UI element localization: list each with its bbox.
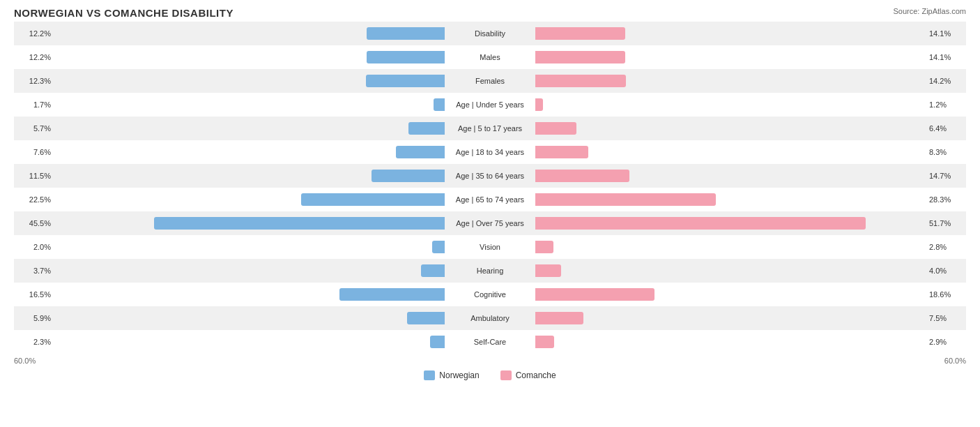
- right-bar-wrap: [535, 144, 926, 160]
- left-bar-wrap: [54, 73, 445, 89]
- bar-left: [421, 264, 445, 277]
- val-right: 18.6%: [926, 290, 965, 299]
- bars-wrapper: Cognitive: [54, 287, 926, 302]
- center-label: Self-Care: [445, 338, 535, 346]
- right-bar-wrap: [535, 50, 926, 65]
- val-left: 16.5%: [15, 290, 54, 299]
- axis-right-label: 60.0%: [944, 357, 966, 365]
- bar-right: [535, 217, 866, 230]
- bar-left: [408, 122, 445, 135]
- bars-wrapper: Age | Under 5 years: [54, 97, 926, 112]
- left-bar-wrap: [54, 26, 445, 41]
- bars-wrapper: Ambulatory: [54, 310, 926, 326]
- val-right: 7.5%: [926, 314, 965, 322]
- bar-right: [535, 193, 716, 206]
- bar-left: [366, 75, 445, 87]
- source-label: Source: ZipAtlas.com: [893, 7, 966, 15]
- left-bar-wrap: [54, 310, 445, 326]
- bar-left: [434, 98, 445, 111]
- left-bar-wrap: [54, 334, 445, 350]
- val-right: 2.8%: [926, 243, 965, 251]
- axis-left-label: 60.0%: [14, 357, 36, 365]
- val-right: 51.7%: [926, 219, 965, 227]
- right-bar-wrap: [535, 121, 926, 136]
- bar-left: [396, 146, 445, 158]
- right-bar-wrap: [535, 263, 926, 278]
- table-row: 2.0% Vision 2.8%: [14, 235, 966, 259]
- legend-comanche-label: Comanche: [516, 370, 556, 380]
- legend-comanche: Comanche: [500, 370, 556, 380]
- left-bar-wrap: [54, 216, 445, 231]
- left-bar-wrap: [54, 144, 445, 160]
- row-inner: 2.0% Vision 2.8%: [14, 235, 966, 259]
- bars-wrapper: Females: [54, 73, 926, 89]
- bar-left: [432, 241, 445, 253]
- left-bar-wrap: [54, 239, 445, 255]
- table-row: 22.5% Age | 65 to 74 years 28.3%: [14, 188, 966, 211]
- center-label: Males: [445, 53, 535, 61]
- right-bar-wrap: [535, 168, 926, 183]
- row-inner: 5.7% Age | 5 to 17 years 6.4%: [14, 117, 966, 140]
- bar-right: [535, 146, 588, 158]
- right-bar-wrap: [535, 216, 926, 231]
- row-inner: 5.9% Ambulatory 7.5%: [14, 306, 966, 330]
- center-label: Age | 65 to 74 years: [445, 195, 535, 204]
- val-right: 14.1%: [926, 29, 965, 38]
- val-left: 5.7%: [15, 124, 54, 133]
- center-label: Disability: [445, 29, 535, 38]
- table-row: 1.7% Age | Under 5 years 1.2%: [14, 93, 966, 117]
- row-inner: 22.5% Age | 65 to 74 years 28.3%: [14, 188, 966, 211]
- bar-right: [535, 98, 543, 111]
- bar-right: [535, 170, 629, 182]
- center-label: Age | Over 75 years: [445, 219, 535, 227]
- row-inner: 12.3% Females 14.2%: [14, 69, 966, 93]
- bars-wrapper: Age | 35 to 64 years: [54, 168, 926, 183]
- row-inner: 11.5% Age | 35 to 64 years 14.7%: [14, 164, 966, 188]
- bar-left: [367, 51, 445, 63]
- right-bar-wrap: [535, 239, 926, 255]
- val-left: 3.7%: [15, 267, 54, 275]
- bar-right: [535, 312, 583, 324]
- axis-row: 60.0% 60.0%: [14, 354, 966, 368]
- bars-wrapper: Hearing: [54, 263, 926, 278]
- bars-wrapper: Disability: [54, 26, 926, 41]
- bar-right: [535, 75, 626, 87]
- bars-wrapper: Age | 5 to 17 years: [54, 121, 926, 136]
- center-label: Age | 5 to 17 years: [445, 124, 535, 133]
- val-right: 2.9%: [926, 338, 965, 346]
- bar-right: [535, 264, 561, 277]
- bar-right: [535, 122, 576, 135]
- bars-wrapper: Age | 18 to 34 years: [54, 144, 926, 160]
- page-title: NORWEGIAN VS COMANCHE DISABILITY: [14, 7, 966, 19]
- left-bar-wrap: [54, 168, 445, 183]
- row-inner: 7.6% Age | 18 to 34 years 8.3%: [14, 140, 966, 164]
- row-inner: 12.2% Males 14.1%: [14, 45, 966, 69]
- bar-left: [301, 193, 445, 206]
- right-bar-wrap: [535, 26, 926, 41]
- table-row: 45.5% Age | Over 75 years 51.7%: [14, 211, 966, 235]
- center-label: Age | 18 to 34 years: [445, 148, 535, 156]
- bars-wrapper: Self-Care: [54, 334, 926, 350]
- legend-norwegian-label: Norwegian: [439, 370, 479, 380]
- bars-wrapper: Vision: [54, 239, 926, 255]
- center-label: Hearing: [445, 267, 535, 275]
- left-bar-wrap: [54, 287, 445, 302]
- val-left: 2.0%: [15, 243, 54, 251]
- val-right: 14.7%: [926, 172, 965, 180]
- center-label: Age | Under 5 years: [445, 100, 535, 109]
- center-label: Vision: [445, 243, 535, 251]
- table-row: 12.2% Males 14.1%: [14, 45, 966, 69]
- row-inner: 1.7% Age | Under 5 years 1.2%: [14, 93, 966, 117]
- bar-left: [367, 27, 445, 40]
- bar-right: [535, 336, 554, 348]
- right-bar-wrap: [535, 192, 926, 207]
- bar-left: [339, 288, 445, 301]
- val-left: 45.5%: [15, 219, 54, 227]
- val-right: 1.2%: [926, 100, 965, 109]
- center-label: Age | 35 to 64 years: [445, 172, 535, 180]
- left-bar-wrap: [54, 97, 445, 112]
- legend-box-comanche: [500, 370, 512, 380]
- bar-left: [372, 170, 445, 182]
- val-right: 14.1%: [926, 53, 965, 61]
- legend-norwegian: Norwegian: [424, 370, 479, 380]
